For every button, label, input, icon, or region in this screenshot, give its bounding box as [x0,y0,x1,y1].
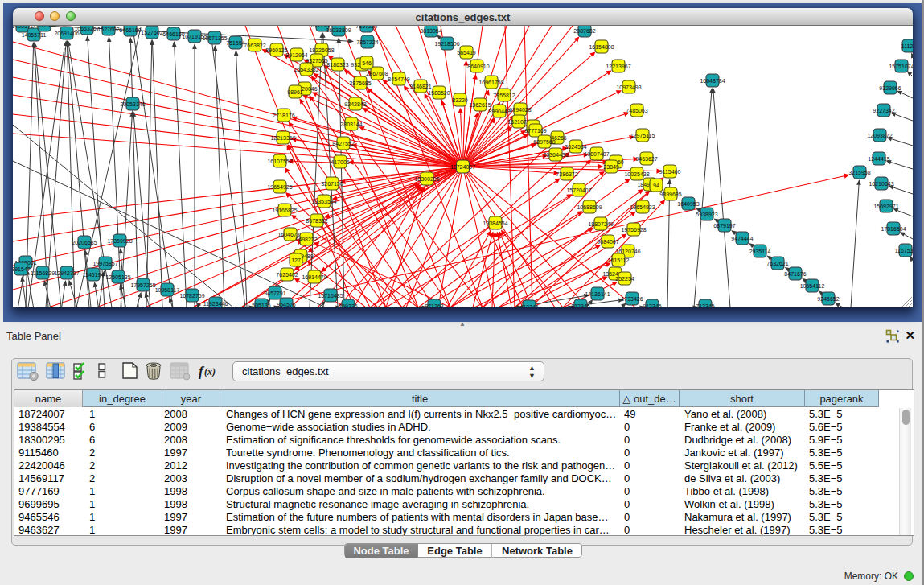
svg-text:812345: 812345 [571,303,589,308]
svg-text:9146821: 9146821 [409,84,431,89]
svg-text:1145194: 1145194 [83,272,105,278]
svg-text:16033809: 16033809 [326,27,351,33]
svg-text:9899695: 9899695 [659,192,681,197]
svg-text:17359928: 17359928 [107,238,132,244]
svg-text:16648784: 16648784 [700,78,725,84]
svg-text:10671355: 10671355 [202,35,227,41]
svg-text:7955812: 7955812 [493,93,515,98]
svg-text:1244415: 1244415 [868,156,889,162]
svg-text:8990448: 8990448 [488,109,510,114]
svg-text:10958117: 10958117 [155,287,180,293]
svg-text:8454749: 8454749 [388,76,409,82]
svg-text:7632621: 7632621 [766,261,788,266]
svg-text:11121: 11121 [901,43,913,49]
svg-text:7485063: 7485063 [626,108,647,113]
svg-text:7386372: 7386372 [556,171,577,177]
svg-text:16914479: 16914479 [302,274,326,280]
svg-text:8678332: 8678332 [306,218,327,224]
svg-text:83220: 83220 [452,97,468,103]
svg-text:6879197: 6879197 [713,223,735,229]
svg-text:505135: 505135 [252,303,270,308]
svg-text:3624554: 3624554 [565,144,586,150]
svg-text:159235: 159235 [339,303,357,308]
svg-text:94: 94 [653,183,659,188]
svg-text:2803144: 2803144 [340,122,362,127]
svg-text:412345: 412345 [519,304,538,308]
svg-text:12213369: 12213369 [270,135,295,141]
svg-text:1640953: 1640953 [677,201,699,207]
svg-text:17957255: 17957255 [130,282,155,288]
svg-text:14136141: 14136141 [585,291,610,297]
svg-text:20691406: 20691406 [54,31,79,36]
svg-text:10025438: 10025438 [624,171,649,177]
svg-text:7857224: 7857224 [356,39,378,45]
svg-text:12505135: 12505135 [105,274,130,280]
svg-text:19166825: 19166825 [272,208,297,213]
svg-text:9474444: 9474444 [731,236,753,241]
svg-text:9242848: 9242848 [344,101,366,107]
svg-text:98961: 98961 [287,89,303,95]
svg-text:16210643: 16210643 [869,181,893,187]
svg-text:391547: 391547 [13,266,31,272]
svg-text:15716485: 15716485 [318,293,343,299]
svg-text:11923446: 11923446 [203,301,228,307]
svg-text:565419: 565419 [457,50,475,56]
svg-text:6794028: 6794028 [509,107,531,113]
svg-text:19384554: 19384554 [483,220,507,226]
svg-text:9777169: 9777169 [524,128,546,134]
svg-text:20053346: 20053346 [120,101,145,107]
svg-text:10654112: 10654112 [800,283,825,289]
svg-text:18226058: 18226058 [309,47,334,53]
svg-text:12213967: 12213967 [606,64,630,69]
svg-text:12093872: 12093872 [867,133,892,138]
svg-text:8471676: 8471676 [784,271,806,277]
svg-text:9457791: 9457791 [264,290,285,296]
svg-text:3875685: 3875685 [349,80,371,86]
svg-text:18640910: 18640910 [464,64,489,69]
svg-text:2718176: 2718176 [273,113,294,118]
svg-text:1362615: 1362615 [469,102,491,108]
svg-text:10807487: 10807487 [584,151,609,157]
svg-text:17016504: 17016504 [881,226,906,232]
svg-text:16961758: 16961758 [478,80,503,85]
svg-text:20364436: 20364436 [543,152,568,158]
svg-text:7625402: 7625402 [276,272,298,278]
svg-text:15720407: 15720407 [566,187,591,193]
svg-text:6466160: 6466160 [119,27,141,33]
svg-text:16782759: 16782759 [179,293,204,299]
svg-text:15692971: 15692971 [873,204,898,209]
svg-text:10688609: 10688609 [577,204,602,210]
svg-text:(x): (x) [204,366,216,377]
svg-text:9498222: 9498222 [295,237,317,242]
svg-text:871263: 871263 [425,303,443,308]
svg-text:9684067: 9684067 [597,239,618,245]
svg-text:7857224: 7857224 [355,26,377,29]
svg-text:12942737: 12942737 [54,270,79,276]
svg-text:16154808: 16154808 [589,44,614,50]
svg-text:18724007: 18724007 [450,164,475,170]
svg-text:15751074: 15751074 [889,64,913,69]
svg-text:11156829: 11156829 [31,270,55,276]
svg-text:1588520: 1588520 [428,90,450,96]
svg-text:18300295: 18300295 [414,176,439,182]
svg-text:9115460: 9115460 [659,169,681,175]
svg-text:5938923: 5938923 [696,212,717,217]
svg-text:8960125: 8960125 [265,47,287,53]
svg-text:912345: 912345 [643,303,661,308]
svg-text:10653267: 10653267 [74,26,99,31]
svg-text:16107552: 16107552 [267,159,292,164]
svg-text:2087682: 2087682 [573,28,595,34]
svg-text:19218506: 19218506 [434,41,459,47]
svg-text:8912954: 8912954 [285,52,307,58]
svg-text:12975115: 12975115 [630,133,655,138]
svg-text:23849: 23849 [603,164,619,170]
svg-text:20206535: 20206535 [72,240,97,245]
svg-text:546: 546 [362,60,372,66]
svg-text:8813054: 8813054 [420,28,441,34]
svg-text:252254: 252254 [615,276,634,282]
svg-text:1615112: 1615112 [608,257,630,263]
svg-text:19654923: 19654923 [630,204,655,210]
svg-text:8186323: 8186323 [326,62,348,68]
svg-text:19654925: 19654925 [267,184,292,190]
svg-text:1527602: 1527602 [97,27,119,32]
